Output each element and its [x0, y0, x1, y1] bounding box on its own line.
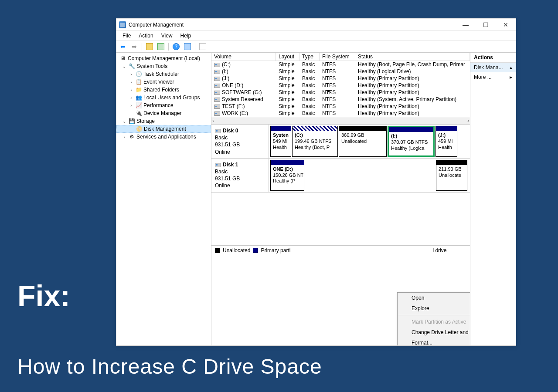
toolbar-btn-1[interactable]: [145, 42, 154, 51]
disk-row: Disk 0Basic931.51 GBOnlineSysten549 MIHe…: [211, 125, 470, 159]
help-button[interactable]: ?: [171, 42, 181, 51]
volume-row[interactable]: SOFTWARE (G:)SimpleBasicNTFSHealthy (Pri…: [211, 89, 470, 96]
actions-disk-mgmt[interactable]: Disk Mana...▴: [470, 63, 516, 72]
disk-icon: [215, 129, 221, 133]
tree-services-apps[interactable]: ›⚙Services and Applications: [116, 133, 211, 141]
content-area: 🖥 Computer Management (Local) ⌄ 🔧 System…: [116, 53, 516, 345]
context-menu: Open Explore Mark Partition as Active Ch…: [397, 292, 470, 345]
tree-device-manager[interactable]: 🔌Device Manager: [116, 109, 211, 117]
perf-icon: 📈: [135, 102, 142, 108]
disk-row: Disk 1Basic931.51 GBOnlineONE (D:)150.26…: [211, 159, 470, 193]
partition-color-bar: [271, 126, 291, 131]
ctx-separator: [398, 315, 470, 315]
expand-icon[interactable]: ›: [129, 72, 134, 77]
volume-list[interactable]: Volume Layout Type File System Status (C…: [211, 53, 470, 117]
toolbar-btn-3[interactable]: [183, 42, 192, 51]
actions-more[interactable]: More ...▸: [470, 72, 516, 82]
partition-body: (J:)459 MIHealth: [436, 131, 457, 152]
partition-body: Systen549 MIHealth: [271, 131, 291, 152]
refresh-button[interactable]: [156, 42, 166, 51]
tree-root[interactable]: 🖥 Computer Management (Local): [116, 54, 211, 62]
computer-management-window: Computer Management — ☐ ✕ File Action Vi…: [116, 18, 516, 346]
legend-unallocated-label: Unallocated: [223, 247, 250, 253]
partition-body: (I:)370.07 GB NTFSHealthy (Logica: [389, 132, 433, 152]
col-fs[interactable]: File System: [320, 53, 355, 61]
col-volume[interactable]: Volume: [211, 53, 276, 61]
actions-header: Actions: [470, 53, 516, 63]
ctx-open[interactable]: Open: [398, 293, 470, 303]
users-icon: 👥: [135, 95, 142, 101]
expand-icon[interactable]: ›: [122, 135, 127, 139]
forward-button[interactable]: ➡: [129, 42, 139, 51]
volume-row[interactable]: (C:)SimpleBasicNTFSHealthy (Boot, Page F…: [211, 61, 470, 68]
collapse-icon[interactable]: ⌄: [122, 119, 127, 124]
tree-system-tools[interactable]: ⌄ 🔧 System Tools: [116, 62, 211, 70]
collapse-icon[interactable]: ⌄: [122, 64, 127, 69]
drive-icon: [214, 91, 220, 95]
arrow-right-icon: ➡: [132, 43, 137, 50]
volume-row[interactable]: System ReservedSimpleBasicNTFSHealthy (S…: [211, 96, 470, 103]
back-button[interactable]: ⬅: [118, 42, 128, 51]
device-icon: 🔌: [135, 110, 142, 116]
tree-storage[interactable]: ⌄ 💾 Storage: [116, 117, 211, 125]
ctx-mark-active: Mark Partition as Active: [398, 317, 470, 327]
volume-row[interactable]: (I:)SimpleBasicNTFSHealthy (Logical Driv…: [211, 68, 470, 75]
col-status[interactable]: Status: [355, 53, 470, 61]
horizontal-scrollbar[interactable]: ‹›: [211, 117, 470, 124]
event-icon: 📋: [135, 79, 142, 85]
disk-icon: 📀: [136, 126, 143, 132]
partition-body: 360.99 GBUnallocated: [339, 131, 386, 146]
app-icon: [119, 21, 126, 28]
tools-icon: 🔧: [128, 63, 135, 69]
volume-row[interactable]: (J:)SimpleBasicNTFSHealthy (Primary Part…: [211, 75, 470, 82]
volume-row[interactable]: WORK (E:)SimpleBasicNTFSHealthy (Primary…: [211, 110, 470, 117]
tree-shared-folders[interactable]: ›📁Shared Folders: [116, 86, 211, 94]
tree-event-viewer[interactable]: ›📋Event Viewer: [116, 78, 211, 86]
tree-disk-management[interactable]: 📀Disk Management: [116, 125, 211, 133]
tree-performance[interactable]: ›📈Performance: [116, 101, 211, 109]
expand-icon[interactable]: ›: [129, 80, 134, 84]
tree-local-users[interactable]: ›👥Local Users and Groups: [116, 94, 211, 101]
partition-body: ONE (D:)150.26 GB NTFSHealthy (P: [271, 165, 304, 186]
toolbar-btn-4[interactable]: [198, 42, 208, 51]
partition-color-bar: [389, 127, 433, 132]
help-icon: ?: [173, 43, 180, 50]
ctx-change-letter[interactable]: Change Drive Letter and Paths...: [398, 327, 470, 338]
center-pane: Volume Layout Type File System Status (C…: [211, 53, 470, 345]
partition-box[interactable]: (J:)459 MIHealth: [436, 126, 457, 157]
col-layout[interactable]: Layout: [276, 53, 299, 61]
tree-task-scheduler[interactable]: ›🕒Task Scheduler: [116, 70, 211, 78]
partition-box[interactable]: Systen549 MIHealth: [270, 126, 291, 157]
arrow-left-icon: ⬅: [120, 43, 126, 50]
partition-box[interactable]: 211.90 GBUnallocate: [436, 160, 467, 191]
tree-pane[interactable]: 🖥 Computer Management (Local) ⌄ 🔧 System…: [116, 53, 211, 345]
menu-help[interactable]: Help: [177, 32, 195, 40]
partition-color-bar: [293, 126, 337, 131]
menu-view[interactable]: View: [158, 32, 176, 40]
ctx-format[interactable]: Format...: [398, 338, 470, 345]
chevron-right-icon: ▸: [510, 74, 512, 80]
partition-box[interactable]: (I:)370.07 GB NTFSHealthy (Logica: [388, 126, 435, 157]
expand-icon[interactable]: ›: [129, 95, 134, 100]
toolbar-separator: [195, 43, 195, 51]
chevron-up-icon: ▴: [510, 64, 512, 71]
expand-icon[interactable]: ›: [129, 103, 134, 108]
maximize-button[interactable]: ☐: [476, 19, 496, 31]
computer-icon: 🖥: [119, 55, 126, 61]
toolbar: ⬅ ➡ ?: [116, 41, 516, 53]
ctx-explore[interactable]: Explore: [398, 303, 470, 314]
partition-box[interactable]: 360.99 GBUnallocated: [339, 126, 387, 157]
titlebar[interactable]: Computer Management — ☐ ✕: [116, 19, 516, 31]
menu-file[interactable]: File: [119, 32, 134, 40]
expand-icon[interactable]: ›: [129, 88, 134, 92]
partition-color-bar: [436, 160, 467, 165]
partition-box[interactable]: (C:)199.46 GB NTFSHealthy (Boot, P: [292, 126, 338, 157]
close-button[interactable]: ✕: [496, 19, 516, 31]
partition-box[interactable]: ONE (D:)150.26 GB NTFSHealthy (P: [270, 160, 304, 191]
services-icon: ⚙: [128, 134, 135, 140]
menu-action[interactable]: Action: [135, 32, 157, 40]
volume-row[interactable]: TEST (F:)SimpleBasicNTFSHealthy (Primary…: [211, 103, 470, 110]
minimize-button[interactable]: —: [456, 19, 476, 31]
volume-row[interactable]: ONE (D:)SimpleBasicNTFSHealthy (Primary …: [211, 82, 470, 89]
col-type[interactable]: Type: [299, 53, 320, 61]
